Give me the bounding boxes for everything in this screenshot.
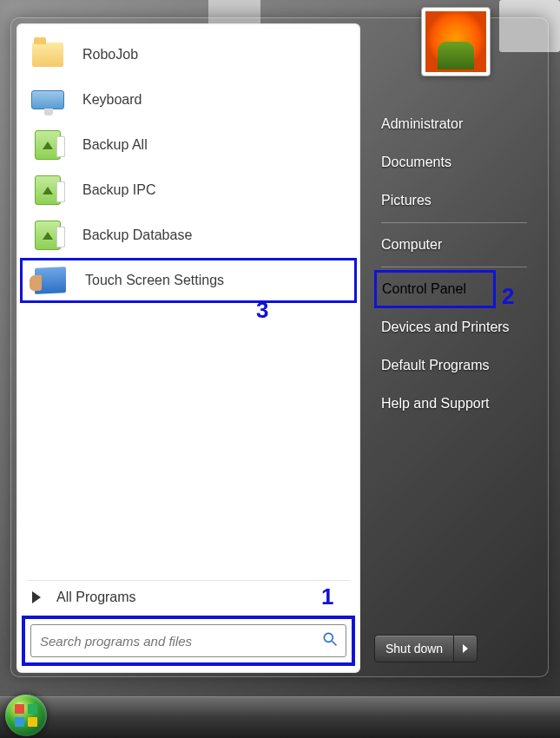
- svg-point-0: [324, 633, 333, 642]
- backup-icon: [29, 126, 67, 164]
- backup-icon: [29, 216, 67, 254]
- search-highlight-box: [22, 616, 355, 666]
- start-menu-left-pane: RoboJobKeyboardBackup AllBackup IPCBacku…: [16, 23, 360, 673]
- right-pane-item-documents[interactable]: Documents: [374, 143, 534, 181]
- program-label: RoboJob: [67, 47, 138, 63]
- separator: [381, 267, 527, 267]
- callout-1: 1: [321, 583, 333, 610]
- program-item-robojob[interactable]: RoboJob: [20, 32, 357, 77]
- flower-icon: [425, 11, 486, 72]
- user-picture-frame[interactable]: [421, 7, 491, 76]
- program-label: Backup IPC: [67, 182, 155, 198]
- triangle-right-icon: [463, 644, 468, 653]
- program-label: Backup All: [67, 137, 148, 153]
- right-pane-item-devices-and-printers[interactable]: Devices and Printers: [374, 308, 534, 346]
- program-label: Touch Screen Settings: [69, 273, 224, 288]
- right-pane-item-help-and-support[interactable]: Help and Support: [374, 385, 534, 423]
- start-button[interactable]: [5, 695, 47, 736]
- right-pane-item-administrator[interactable]: Administrator: [374, 105, 534, 143]
- triangle-right-icon: [32, 591, 41, 603]
- program-item-touch-screen-settings[interactable]: Touch Screen Settings: [20, 258, 357, 303]
- shutdown-options-arrow[interactable]: [454, 636, 477, 662]
- windows-logo-icon: [15, 704, 37, 727]
- shutdown-label: Shut down: [385, 642, 443, 656]
- program-item-backup-all[interactable]: Backup All: [20, 122, 357, 168]
- callout-2: 2: [502, 283, 514, 310]
- program-label: Backup Database: [67, 227, 192, 243]
- shutdown-button[interactable]: Shut down: [374, 635, 478, 662]
- separator: [381, 222, 527, 223]
- touch-screen-icon: [31, 261, 69, 300]
- program-item-backup-ipc[interactable]: Backup IPC: [20, 168, 357, 213]
- start-menu-right-pane: AdministratorDocumentsPictures Computer …: [360, 18, 548, 676]
- search-input[interactable]: [31, 634, 321, 649]
- program-item-backup-database[interactable]: Backup Database: [20, 213, 357, 258]
- program-item-keyboard[interactable]: Keyboard: [20, 77, 357, 122]
- taskbar[interactable]: [0, 696, 560, 738]
- right-pane-item-control-panel[interactable]: Control Panel: [374, 270, 496, 308]
- start-menu: RoboJobKeyboardBackup AllBackup IPCBacku…: [10, 17, 549, 677]
- recent-programs-list: RoboJobKeyboardBackup AllBackup IPCBacku…: [16, 23, 360, 580]
- program-label: Keyboard: [67, 92, 142, 108]
- all-programs-label: All Programs: [56, 590, 136, 605]
- search-icon: [321, 630, 339, 651]
- search-box[interactable]: [30, 624, 346, 657]
- keyboard-icon: [29, 81, 67, 119]
- callout-3: 3: [256, 297, 268, 324]
- svg-line-1: [333, 642, 337, 646]
- all-programs-button[interactable]: All Programs: [27, 580, 350, 612]
- folder-icon: [29, 36, 67, 74]
- right-pane-item-default-programs[interactable]: Default Programs: [374, 346, 534, 385]
- backup-icon: [29, 171, 67, 209]
- right-pane-item-pictures[interactable]: Pictures: [374, 181, 534, 220]
- right-pane-item-computer[interactable]: Computer: [374, 226, 534, 264]
